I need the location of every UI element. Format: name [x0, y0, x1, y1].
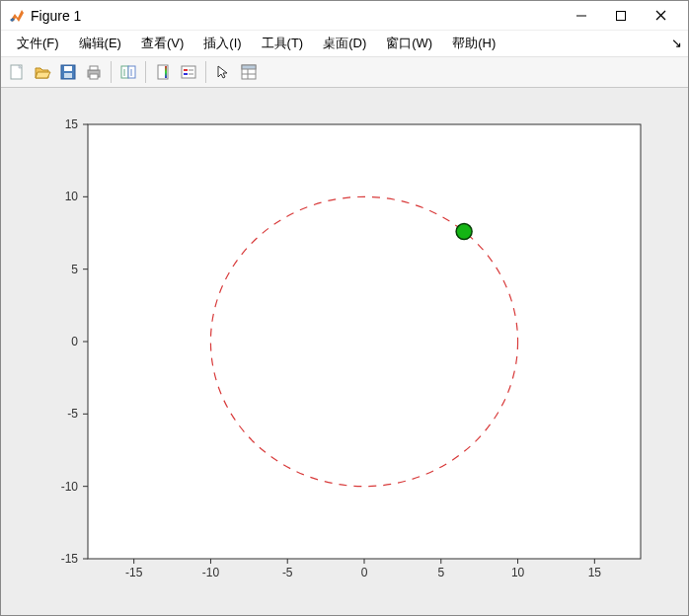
property-editor-button[interactable]	[237, 60, 261, 84]
svg-rect-7	[64, 66, 72, 71]
y-tick-label: 0	[71, 335, 78, 348]
y-tick-label: 5	[71, 263, 78, 276]
y-tick-label: -5	[67, 407, 78, 421]
svg-rect-11	[90, 74, 98, 79]
window-title: Figure 1	[31, 8, 562, 24]
link-axes-button[interactable]	[116, 60, 140, 84]
titlebar: Figure 1	[1, 1, 688, 31]
axes[interactable]: -15-10-5051015-15-10-5051015	[19, 105, 670, 598]
axes-box	[88, 124, 641, 559]
data-point	[456, 224, 472, 240]
x-tick-label: 15	[588, 566, 602, 579]
print-button[interactable]	[82, 60, 106, 84]
menu-view[interactable]: 查看(V)	[131, 32, 193, 55]
figure-area: -15-10-5051015-15-10-5051015	[1, 88, 688, 615]
toolbar-separator	[205, 61, 206, 83]
edit-plot-pointer-button[interactable]	[211, 60, 235, 84]
x-tick-label: 0	[361, 566, 368, 579]
menu-insert[interactable]: 插入(I)	[193, 32, 251, 55]
menubar-overflow-icon[interactable]: ↘	[671, 36, 682, 50]
maximize-button[interactable]	[601, 2, 641, 30]
new-figure-button[interactable]	[5, 60, 29, 84]
menu-window[interactable]: 窗口(W)	[376, 32, 442, 55]
x-tick-label: -10	[202, 566, 220, 579]
insert-colorbar-button[interactable]	[151, 60, 175, 84]
insert-legend-button[interactable]	[177, 60, 200, 84]
svg-rect-1	[617, 11, 626, 20]
svg-rect-10	[90, 66, 98, 70]
menu-file[interactable]: 文件(F)	[7, 32, 69, 55]
menu-tools[interactable]: 工具(T)	[252, 32, 314, 55]
svg-rect-8	[64, 73, 72, 78]
x-tick-label: -5	[282, 566, 293, 579]
menu-edit[interactable]: 编辑(E)	[69, 32, 131, 55]
menubar: 文件(F) 编辑(E) 查看(V) 插入(I) 工具(T) 桌面(D) 窗口(W…	[1, 31, 688, 56]
x-tick-label: -15	[125, 566, 143, 579]
x-tick-label: 5	[437, 566, 444, 579]
svg-rect-18	[182, 66, 195, 78]
open-button[interactable]	[31, 60, 54, 84]
save-button[interactable]	[56, 60, 80, 84]
x-tick-label: 10	[511, 566, 525, 579]
matlab-app-icon	[9, 8, 25, 24]
menu-desktop[interactable]: 桌面(D)	[313, 32, 376, 55]
svg-rect-24	[242, 65, 256, 69]
window-controls	[562, 2, 680, 30]
svg-rect-17	[165, 66, 167, 78]
y-tick-label: -10	[61, 480, 79, 494]
y-tick-label: 15	[65, 117, 79, 131]
toolbar	[1, 56, 688, 88]
close-button[interactable]	[641, 2, 680, 30]
toolbar-separator	[111, 61, 112, 83]
menu-help[interactable]: 帮助(H)	[442, 32, 505, 55]
toolbar-separator	[145, 61, 146, 83]
minimize-button[interactable]	[562, 2, 601, 30]
y-tick-label: 10	[65, 190, 79, 203]
y-tick-label: -15	[61, 552, 79, 566]
